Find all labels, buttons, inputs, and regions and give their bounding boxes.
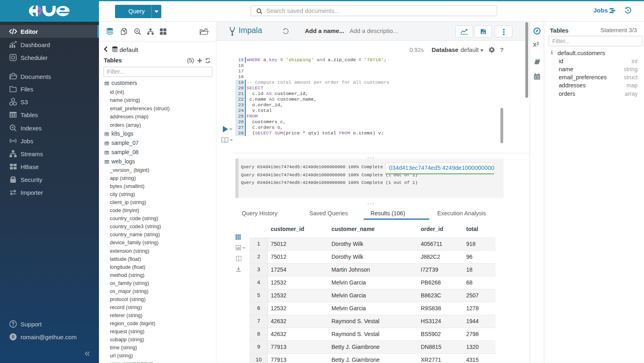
svg-text:R: R [12,334,15,339]
